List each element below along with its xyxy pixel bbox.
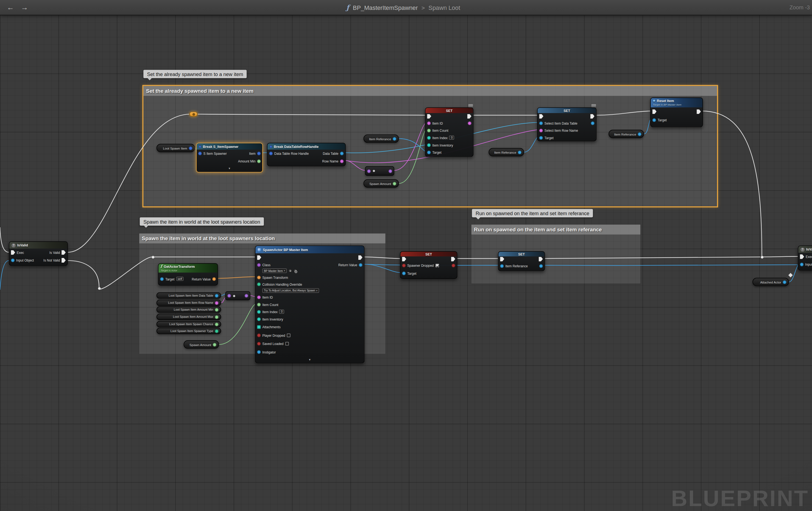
data-table-out-pin[interactable] [591,121,594,125]
variable-get-loot-var[interactable]: Loot Spawn Item Item Data Table [156,292,221,299]
isvalid-node-left[interactable]: ? IsValid Exec Is Valid Input Object Is … [9,241,68,266]
attachments-pin[interactable] [257,325,261,329]
wire-junction[interactable] [98,287,100,290]
collapse-arrow-icon[interactable]: ▼ [197,165,262,172]
output-pin[interactable] [783,280,786,284]
row-handle-pin[interactable] [269,152,273,155]
output-pin[interactable] [388,169,392,173]
exec-in-pin[interactable] [652,109,657,114]
item-inventory-pin[interactable] [427,143,431,147]
return-value-pin[interactable] [359,263,362,267]
set-spawner-dropped-node[interactable]: SET Spawner Dropped Target [400,251,458,279]
spawner-dropped-checkbox[interactable] [435,264,439,267]
output-pin[interactable] [215,308,218,311]
item-id-pin[interactable] [257,295,261,299]
browse-icon[interactable] [294,269,297,272]
exec-in-pin[interactable] [402,257,406,261]
comment-run-spawned[interactable]: Run on spawned on the item and set item … [471,224,641,284]
wire-junction[interactable] [152,256,154,258]
s-item-spawner-pin[interactable] [198,152,202,155]
saved-loaded-checkbox[interactable] [285,342,289,345]
output-pin[interactable] [213,343,216,346]
instigator-pin[interactable] [257,350,261,354]
class-select[interactable]: BP Master Item ▾ [262,268,287,273]
exec-out-pin[interactable] [358,255,362,260]
exec-in-pin[interactable] [257,255,261,260]
output-pin[interactable] [215,315,218,319]
player-dropped-checkbox[interactable] [287,333,290,337]
variable-get-loot-var[interactable]: Loot Spawn Item Item Row Name [156,300,221,306]
exec-in-pin[interactable] [427,114,431,119]
spawn-transform-pin[interactable] [257,275,261,279]
item-count-pin[interactable] [427,128,431,132]
exec-out-pin[interactable] [697,109,701,114]
forward-button[interactable]: → [21,4,28,11]
variable-get-spawn-amount[interactable]: Spawn Amount [364,179,399,187]
variable-get-loot-var[interactable]: Loot Spawn Item Amount Max [156,314,221,320]
variable-get-spawn-amount[interactable]: Spawn Amount [183,340,219,349]
select-item-row-name-pin[interactable] [539,128,543,132]
collision-select[interactable]: Try To Adjust Location, But Always Spawn… [262,288,319,293]
output-pin[interactable] [188,146,192,150]
player-dropped-pin[interactable] [257,333,261,337]
exec-out-pin[interactable] [539,257,543,261]
variable-get-item-referance[interactable]: Item Referance [609,130,644,138]
collapse-arrow-icon[interactable]: ▼ [256,356,364,363]
item-id-pin[interactable] [427,121,431,125]
target-pin[interactable] [160,277,164,280]
exec-out-pin[interactable] [467,114,471,119]
use-selected-icon[interactable] [288,269,292,272]
blueprint-name[interactable]: BP_MasterItemSpawner [353,4,418,11]
conversion-node[interactable] [225,292,250,300]
variable-get-item-referance[interactable]: Item Referance [489,148,524,156]
output-pin[interactable] [518,150,521,154]
target-pin[interactable] [539,136,543,140]
target-pin[interactable] [402,271,406,275]
reroute-node[interactable] [189,112,198,117]
is-valid-exec-pin[interactable] [61,250,66,255]
output-pin[interactable] [393,182,396,185]
is-not-valid-exec-pin[interactable] [61,258,66,263]
item-referance-out-pin[interactable] [539,264,543,268]
target-pin[interactable] [427,150,431,154]
target-pin[interactable] [652,118,656,122]
output-pin[interactable] [215,294,218,297]
amount-min-pin[interactable] [257,159,261,163]
graph-name[interactable]: Spawn Loot [428,4,460,11]
output-pin[interactable] [393,137,396,140]
collision-handling-pin[interactable] [257,282,261,286]
output-pin[interactable] [215,323,218,326]
row-name-pin[interactable] [340,159,344,163]
item-out-pin[interactable] [257,152,261,155]
item-index-pin[interactable] [427,136,431,140]
variable-get-loot-spawn-item[interactable]: Loot Spawn Item [156,144,195,152]
isvalid-node-right[interactable]: ? IsValid Exec Input Ob [798,245,812,270]
saved-loaded-pin[interactable] [257,342,261,345]
output-pin[interactable] [245,294,248,298]
exec-in-pin[interactable] [539,114,544,119]
item-referance-pin[interactable] [500,264,503,268]
exec-out-pin[interactable] [590,114,594,119]
data-table-pin[interactable] [340,152,344,155]
exec-in-pin[interactable] [11,250,15,255]
variable-get-item-referance[interactable]: Item Referance [364,134,399,143]
spawner-dropped-pin[interactable] [402,264,406,267]
item-index-input[interactable]: 0 [449,136,455,140]
exec-in-pin[interactable] [500,257,504,261]
class-pin[interactable] [257,263,261,267]
item-index-input[interactable]: 0 [279,309,285,314]
conversion-node[interactable] [365,166,394,176]
back-button[interactable]: ← [7,4,14,11]
getactortransform-node[interactable]: ƒ GetActorTransform Target is Actor Targ… [158,263,218,286]
output-pin[interactable] [215,301,218,305]
set-item-vars-node[interactable]: SET Item ID Item Count Item Index 0 Item… [425,107,474,157]
spawnactor-node[interactable]: SpawnActor BP Master Item Class Return V… [255,245,365,363]
wire-junction[interactable] [761,256,763,258]
input-object-pin[interactable] [800,263,804,266]
break-datatablerowhandle-node[interactable]: Break DataTableRowHandle Data Table Row … [267,143,346,166]
spawner-dropped-out-pin[interactable] [452,264,455,267]
input-pin[interactable] [227,294,231,298]
set-item-referance-node[interactable]: SET Item Referance [498,251,545,271]
comment-title[interactable]: Run on spawned on the item and set item … [471,224,640,234]
input-object-pin[interactable] [11,259,14,262]
